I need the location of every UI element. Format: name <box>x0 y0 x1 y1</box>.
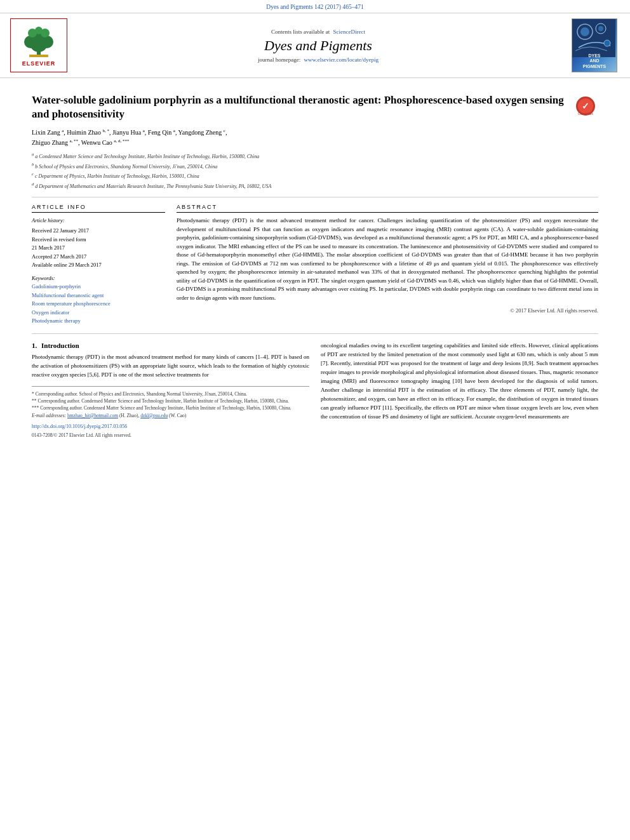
svg-rect-9 <box>572 19 615 57</box>
section-number: 1. <box>32 342 37 349</box>
introduction-left: 1. Introduction Photodynamic therapy (PD… <box>32 342 309 439</box>
footnote-1: * Corresponding author. School of Physic… <box>32 390 309 397</box>
affiliations: a a Condensed Matter Science and Technol… <box>32 151 566 190</box>
homepage-text: journal homepage: <box>258 57 300 63</box>
history-label: Article history: <box>32 217 165 225</box>
contents-text: Contents lists available at <box>271 29 330 35</box>
introduction-right-text: oncological maladies owing to its excell… <box>321 342 598 421</box>
email-2-link[interactable]: dzkl@psu.edu <box>140 413 168 418</box>
journal-cover-image: DYES AND PIGMENTS <box>569 18 620 72</box>
cover-title-text: DYES AND PIGMENTS <box>583 53 607 69</box>
svg-point-14 <box>604 40 610 46</box>
article-info-header: ARTICLE INFO <box>32 204 165 213</box>
contents-available-line: Contents lists available at ScienceDirec… <box>75 29 561 35</box>
email-1-name: (H. Zhao) <box>119 413 138 418</box>
doi-anchor[interactable]: http://dx.doi.org/10.1016/j.dyepig.2017.… <box>32 423 127 429</box>
received-revised-label: Received in revised form <box>32 236 165 244</box>
history-dates: Received 22 January 2017 Received in rev… <box>32 227 165 270</box>
available-date: Available online 29 March 2017 <box>32 261 165 270</box>
abstract-text: Photodynamic therapy (PDT) is the most a… <box>177 217 598 302</box>
svg-point-13 <box>598 26 603 31</box>
email-label: E-mail addresses: <box>32 413 66 418</box>
svg-point-7 <box>35 27 43 34</box>
article-info-column: ARTICLE INFO Article history: Received 2… <box>32 204 165 326</box>
keyword-2: Room temperature phosphorescence <box>32 300 165 309</box>
cover-illustration <box>572 19 615 57</box>
abstract-column: ABSTRACT Photodynamic therapy (PDT) is t… <box>177 204 598 326</box>
received-revised-date: 21 March 2017 <box>32 244 165 253</box>
paper-title: Water-soluble gadolinium porphyrin as a … <box>32 93 566 121</box>
elsevier-tree-icon <box>17 24 61 59</box>
elsevier-name: ELSEVIER <box>22 60 56 67</box>
keywords-list: Gadolinium-porphyrin Multifunctional the… <box>32 283 165 326</box>
email-1-link[interactable]: hmzhao_hit@hotmail.com <box>67 413 118 418</box>
journal-title: Dyes and Pigments <box>75 37 561 54</box>
license-line: 0143-7208/© 2017 Elsevier Ltd. All right… <box>32 432 309 439</box>
keyword-3: Oxygen indicator <box>32 309 165 317</box>
journal-header-center: Contents lists available at ScienceDirec… <box>75 18 561 72</box>
email-addresses: E-mail addresses: hmzhao_hit@hotmail.com… <box>32 412 309 419</box>
crossmark-area[interactable]: ✓ CrossMark <box>573 93 598 116</box>
authors-line: Lixin Zang a, Huimin Zhao b, *, Jianyu H… <box>32 128 566 147</box>
introduction-left-text: Photodynamic therapy (PDT) is the most a… <box>32 353 309 380</box>
affiliation-a: a a Condensed Matter Science and Technol… <box>32 151 566 161</box>
copyright-line: © 2017 Elsevier Ltd. All rights reserved… <box>177 307 598 314</box>
journal-reference: Dyes and Pigments 142 (2017) 465–471 <box>0 0 630 13</box>
section-title-text: Introduction <box>41 342 79 349</box>
doi-link[interactable]: http://dx.doi.org/10.1016/j.dyepig.2017.… <box>32 423 309 430</box>
affiliation-b: b b School of Physics and Electronics, S… <box>32 161 566 171</box>
footnote-3: *** Corresponding author. Condensed Matt… <box>32 404 309 411</box>
affiliation-c: c c Department of Physics, Harbin Instit… <box>32 171 566 180</box>
paper-body: Water-soluble gadolinium porphyrin as a … <box>0 78 630 445</box>
journal-ref-text: Dyes and Pigments 142 (2017) 465–471 <box>266 4 363 10</box>
keywords-section: Keywords: Gadolinium-porphyrin Multifunc… <box>32 275 165 326</box>
accepted-date: Accepted 27 March 2017 <box>32 253 165 262</box>
sciencedirect-link[interactable]: ScienceDirect <box>333 29 365 35</box>
received-date: Received 22 January 2017 <box>32 227 165 236</box>
crossmark-icon: ✓ CrossMark <box>575 96 596 116</box>
homepage-line: journal homepage: www.elsevier.com/locat… <box>75 57 561 63</box>
elsevier-logo: ELSEVIER <box>10 18 67 72</box>
keyword-0: Gadolinium-porphyrin <box>32 283 165 291</box>
email-2-name: (W. Cao) <box>169 413 186 418</box>
intro-left-paragraph: Photodynamic therapy (PDT) is the most a… <box>32 354 309 378</box>
article-history: Article history: Received 22 January 201… <box>32 217 165 270</box>
cover-box: DYES AND PIGMENTS <box>572 18 617 72</box>
svg-point-11 <box>580 27 589 36</box>
abstract-header: ABSTRACT <box>177 204 598 213</box>
journal-homepage-link[interactable]: www.elsevier.com/locate/dyepig <box>304 57 379 63</box>
svg-rect-8 <box>29 55 48 57</box>
footnotes: * Corresponding author. School of Physic… <box>32 386 309 439</box>
affiliation-d: d d Department of Mathematics and Materi… <box>32 181 566 190</box>
keywords-label: Keywords: <box>32 275 165 281</box>
introduction-title: 1. Introduction <box>32 342 309 349</box>
article-info-abstract-section: ARTICLE INFO Article history: Received 2… <box>32 204 598 326</box>
svg-text:✓: ✓ <box>582 101 589 111</box>
introduction-section: 1. Introduction Photodynamic therapy (PD… <box>32 342 598 439</box>
keyword-4: Photodynamic therapy <box>32 317 165 326</box>
introduction-right: oncological maladies owing to its excell… <box>321 342 598 439</box>
section-divider <box>32 333 598 334</box>
footnote-2: ** Corresponding author. Condensed Matte… <box>32 397 309 404</box>
keyword-1: Multifunctional theranostic agent <box>32 291 165 300</box>
paper-title-section: Water-soluble gadolinium porphyrin as a … <box>32 84 598 197</box>
svg-text:CrossMark: CrossMark <box>578 112 594 116</box>
paper-title-area: Water-soluble gadolinium porphyrin as a … <box>32 93 566 190</box>
journal-header: ELSEVIER Contents lists available at Sci… <box>0 13 630 78</box>
